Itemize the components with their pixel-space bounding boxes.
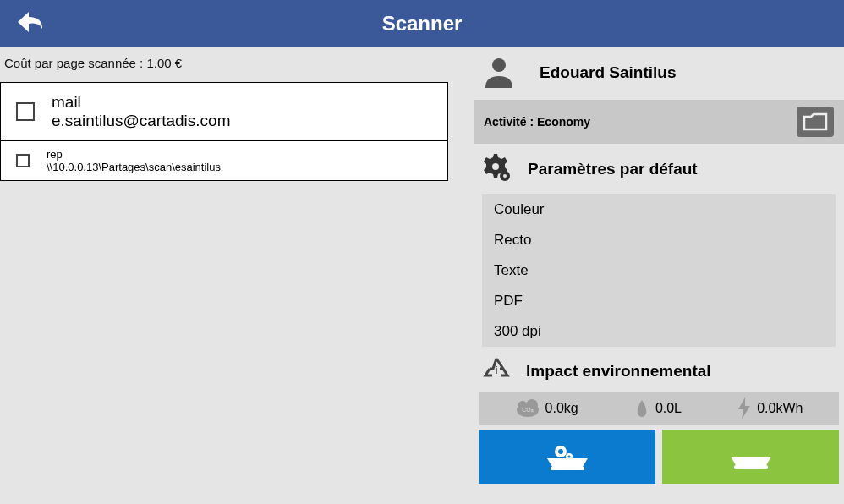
svg-text:i: i <box>495 364 497 376</box>
svg-rect-9 <box>551 467 584 470</box>
back-button[interactable] <box>0 7 61 41</box>
recycle-icon: i <box>482 355 511 387</box>
folder-icon[interactable] <box>797 107 834 137</box>
action-buttons <box>474 430 844 489</box>
scan-start-button[interactable] <box>662 430 839 484</box>
svg-point-13 <box>567 455 570 457</box>
checkbox-icon[interactable] <box>16 154 30 167</box>
settings-gear-icon <box>482 152 512 186</box>
co2-metric: CO₂ 0.0kg <box>515 399 578 418</box>
impact-metrics: CO₂ 0.0kg 0.0L 0.0kWh <box>479 392 839 425</box>
page-title: Scanner <box>382 12 463 36</box>
svg-text:CO₂: CO₂ <box>522 407 534 413</box>
user-name: Edouard Saintilus <box>540 63 677 82</box>
water-drop-icon <box>633 398 650 419</box>
activity-label: Activité : Economy <box>484 115 590 129</box>
param-format: PDF <box>482 286 836 316</box>
param-color: Couleur <box>482 194 836 225</box>
app-header: Scanner <box>0 0 844 47</box>
cost-per-page-label: Coût par page scannée : 1.00 € <box>0 47 474 82</box>
svg-point-11 <box>558 449 563 454</box>
destination-label: rep <box>47 148 221 161</box>
scan-settings-icon <box>544 440 591 474</box>
destination-item-mail[interactable]: mail e.saintilus@cartadis.com <box>1 83 447 141</box>
impact-header: i Impact environnemental <box>474 353 844 392</box>
parameters-header: Paramètres par défaut <box>474 144 844 191</box>
scanner-icon <box>727 440 775 474</box>
destination-label: mail <box>52 93 230 112</box>
impact-title: Impact environnemental <box>526 362 711 381</box>
destination-item-rep[interactable]: rep \\10.0.0.13\Partages\scan\esaintilus <box>1 141 447 180</box>
param-dpi: 300 dpi <box>482 316 836 347</box>
user-icon <box>482 54 516 91</box>
water-metric: 0.0L <box>633 398 682 419</box>
parameters-list: Couleur Recto Texte PDF 300 dpi <box>482 194 836 347</box>
param-mode: Texte <box>482 255 836 286</box>
side-panel: Edouard Saintilus Activité : Economy <box>474 47 844 504</box>
svg-rect-14 <box>734 465 768 469</box>
svg-point-1 <box>492 163 499 170</box>
scan-settings-button[interactable] <box>479 430 655 484</box>
svg-point-0 <box>492 58 506 72</box>
destination-address: \\10.0.0.13\Partages\scan\esaintilus <box>47 161 221 173</box>
destination-address: e.saintilus@cartadis.com <box>52 112 230 130</box>
destination-list: mail e.saintilus@cartadis.com rep \\10.0… <box>0 82 448 181</box>
parameters-title: Paramètres par défaut <box>528 160 698 178</box>
activity-row[interactable]: Activité : Economy <box>474 100 844 144</box>
param-duplex: Recto <box>482 225 836 255</box>
energy-metric: 0.0kWh <box>737 397 803 419</box>
back-arrow-icon <box>14 7 47 37</box>
destinations-panel: Coût par page scannée : 1.00 € mail e.sa… <box>0 47 474 504</box>
checkbox-icon[interactable] <box>16 102 35 121</box>
svg-point-3 <box>503 174 507 178</box>
user-row: Edouard Saintilus <box>474 47 844 100</box>
co2-icon: CO₂ <box>515 399 540 418</box>
lightning-icon <box>737 397 752 419</box>
